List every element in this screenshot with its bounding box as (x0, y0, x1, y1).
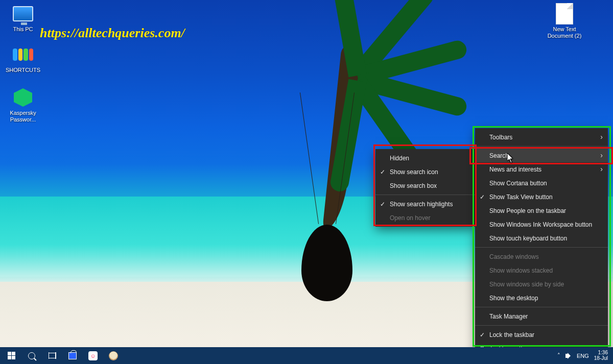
desktop-icon-label: New Text Document (2) (541, 26, 587, 39)
menu-item-label: Open on hover (390, 214, 430, 222)
taskbar-search-button[interactable] (21, 347, 42, 364)
menu-item-show-cortana-button[interactable]: Show Cortana button (475, 176, 608, 190)
windows-logo-icon (8, 352, 15, 359)
menu-item-label: Cascade windows (489, 253, 539, 260)
menu-separator (375, 195, 475, 195)
wallpaper-palm-leaves (286, 31, 429, 123)
menu-item-show-task-view-button[interactable]: Show Task View button (475, 190, 608, 204)
menu-item-show-touch-keyboard[interactable]: Show touch keyboard button (475, 231, 608, 245)
submenu-item-open-on-hover: Open on hover (375, 211, 475, 225)
paint-icon (109, 351, 118, 360)
menu-item-label: Show search box (390, 182, 437, 189)
menu-item-task-manager[interactable]: Task Manager (475, 309, 608, 323)
this-pc-icon (12, 3, 34, 25)
kaspersky-icon (12, 87, 34, 108)
submenu-item-show-search-icon[interactable]: Show search icon (375, 165, 475, 179)
menu-item-toolbars[interactable]: Toolbars (475, 130, 608, 144)
menu-item-label: News and interests (489, 166, 541, 173)
menu-item-label: Show Windows Ink Workspace button (489, 221, 592, 228)
desktop-icon-shortcuts[interactable]: SHORTCUTS (3, 44, 43, 74)
menu-item-label: Show the desktop (489, 295, 538, 302)
menu-item-news-and-interests[interactable]: News and interests (475, 162, 608, 176)
menu-item-label: Show People on the taskbar (489, 207, 566, 214)
submenu-item-show-search-highlights[interactable]: Show search highlights (375, 197, 475, 211)
desktop-icon-new-text-document[interactable]: New Text Document (2) (541, 3, 587, 39)
search-icon (28, 352, 35, 359)
taskbar-app-paint[interactable] (103, 347, 124, 364)
menu-separator (475, 247, 608, 248)
taskbar-context-menu: Toolbars Search News and interests Show … (475, 128, 608, 357)
task-view-button[interactable] (42, 347, 62, 364)
watermark-url: https://alltechqueries.com/ (40, 26, 185, 41)
desktop-icon-this-pc[interactable]: This PC (3, 3, 43, 33)
menu-item-label: Show search icon (390, 168, 438, 176)
menu-separator (475, 307, 608, 307)
volume-icon[interactable] (565, 353, 572, 359)
system-tray: ˄ ENG 1:36 18-Jul (553, 347, 612, 364)
text-file-icon (554, 3, 575, 25)
store-icon (68, 352, 77, 359)
clock-time: 1:36 (598, 350, 608, 356)
menu-item-label: Show search highlights (390, 201, 453, 208)
task-view-icon (49, 353, 56, 358)
shortcuts-icon (12, 44, 34, 65)
menu-item-label: Search (489, 152, 509, 159)
menu-item-show-ink-workspace[interactable]: Show Windows Ink Workspace button (475, 217, 608, 231)
language-indicator[interactable]: ENG (577, 353, 589, 359)
menu-item-label: Show touch keyboard button (489, 235, 567, 242)
menu-item-stacked: Show windows stacked (475, 263, 608, 277)
menu-item-label: Show Cortana button (489, 180, 547, 187)
submenu-item-show-search-box[interactable]: Show search box (375, 179, 475, 192)
taskbar-app-pinned-1[interactable]: ☺ (83, 347, 103, 364)
taskbar-app-store[interactable] (62, 347, 83, 364)
desktop-icon-label: This PC (3, 26, 43, 33)
tray-overflow-button[interactable]: ˄ (557, 352, 560, 359)
menu-item-label: Task Manager (489, 313, 528, 320)
menu-item-side-by-side: Show windows side by side (475, 277, 608, 291)
menu-item-show-people[interactable]: Show People on the taskbar (475, 204, 608, 217)
clock-date: 18-Jul (594, 356, 608, 361)
menu-item-label: Show Task View button (489, 193, 553, 201)
menu-item-label: Lock the taskbar (489, 331, 534, 338)
menu-item-label: Toolbars (489, 134, 512, 141)
menu-separator (475, 146, 608, 147)
menu-separator (475, 325, 608, 326)
taskbar[interactable]: ☺ ˄ ENG 1:36 18-Jul (0, 347, 613, 364)
desktop-icon-kaspersky[interactable]: Kaspersky Passwor... (3, 87, 43, 123)
menu-item-cascade-windows: Cascade windows (475, 250, 608, 263)
wallpaper-swing (296, 220, 358, 306)
app-icon: ☺ (88, 351, 98, 360)
submenu-item-hidden[interactable]: Hidden (375, 151, 475, 165)
desktop-icon-label: SHORTCUTS (3, 67, 43, 74)
start-button[interactable] (1, 347, 21, 364)
menu-item-label: Show windows side by side (489, 281, 564, 288)
desktop-icon-label: Kaspersky Passwor... (3, 110, 43, 123)
search-submenu: Hidden Show search icon Show search box … (375, 149, 475, 227)
menu-item-label: Hidden (390, 155, 409, 162)
desktop[interactable]: https://alltechqueries.com/ This PC SHOR… (0, 0, 613, 364)
menu-item-label: Show windows stacked (489, 267, 553, 274)
menu-item-search[interactable]: Search (475, 149, 608, 162)
menu-item-lock-taskbar[interactable]: Lock the taskbar (475, 328, 608, 342)
clock[interactable]: 1:36 18-Jul (594, 350, 608, 361)
menu-item-show-the-desktop[interactable]: Show the desktop (475, 291, 608, 305)
